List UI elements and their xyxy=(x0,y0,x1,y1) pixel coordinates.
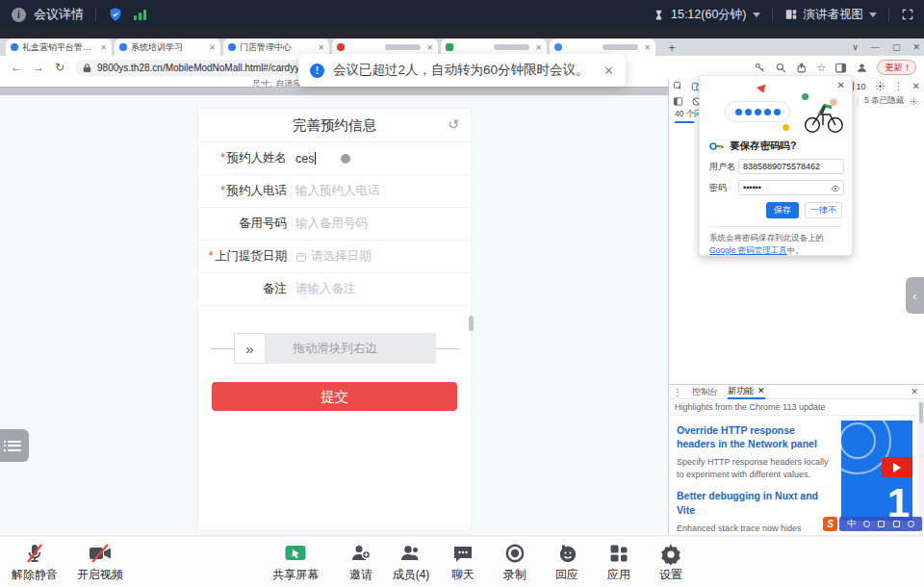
undo-icon[interactable]: ↺ xyxy=(448,116,459,132)
window-minimize-icon[interactable]: — xyxy=(871,42,880,52)
name-input-value[interactable]: ces xyxy=(295,152,314,166)
ime-toolbar[interactable]: 中 xyxy=(839,517,922,531)
tab-close-icon[interactable]: ✕ xyxy=(757,386,765,396)
browser-tab-1[interactable]: 礼盒营销平台管理中心 ✕ xyxy=(6,38,112,56)
password-key-icon[interactable] xyxy=(754,62,766,74)
chevron-left-icon: ‹ xyxy=(912,289,916,303)
form-field-name[interactable]: *预约人姓名 ces xyxy=(198,142,471,175)
devtools-menu-icon[interactable]: ⋮ xyxy=(894,81,904,91)
never-save-button[interactable]: 一律不 xyxy=(805,202,842,218)
expand-sidebar-handle[interactable]: ‹ xyxy=(906,277,924,314)
invite-icon xyxy=(349,542,372,565)
phone-input-placeholder[interactable]: 输入预约人电话 xyxy=(295,183,380,199)
side-panel-icon[interactable] xyxy=(834,62,847,74)
new-tab-button[interactable]: + xyxy=(664,40,680,56)
reservation-form-card: 完善预约信息 ↺ *预约人姓名 ces *预约人电话 输入预约人电话 备用号码 … xyxy=(197,108,472,531)
dialog-title: 要保存密码吗? xyxy=(730,140,796,153)
divider xyxy=(95,8,96,21)
show-password-eye-icon[interactable] xyxy=(831,184,840,193)
ime-mic-icon[interactable] xyxy=(863,521,870,527)
ime-tools-icon[interactable] xyxy=(908,521,914,527)
tab-close-icon[interactable]: ✕ xyxy=(426,43,433,52)
console-sidebar-icon[interactable] xyxy=(673,96,683,107)
password-manager-link[interactable]: Google 密码管理工具 xyxy=(709,245,787,255)
console-settings-icon[interactable] xyxy=(910,97,918,106)
slider-handle[interactable]: » xyxy=(234,333,266,364)
spacer xyxy=(128,8,129,21)
chrome-update-illustration: 1 xyxy=(841,421,912,521)
unmute-button[interactable]: 解除静音 xyxy=(0,542,69,583)
date-input-placeholder[interactable]: 请选择日期 xyxy=(311,248,372,265)
console-link-fragment xyxy=(675,121,694,123)
view-dropdown-icon[interactable] xyxy=(869,13,877,17)
browser-tab-2[interactable]: 系统培训学习 ✕ xyxy=(115,38,220,56)
chrome-update-button[interactable]: 更新 ! xyxy=(877,60,916,75)
mic-muted-icon xyxy=(23,542,46,565)
save-password-button[interactable]: 保存 xyxy=(766,202,799,218)
form-title: 完善预约信息 ↺ xyxy=(198,109,471,142)
ime-skin-icon[interactable] xyxy=(893,521,900,527)
whatsnew-heading-2[interactable]: Better debugging in Nuxt and Vite xyxy=(677,489,829,516)
drawer-scrollbar[interactable] xyxy=(918,399,924,535)
list-icon xyxy=(8,438,21,453)
inspect-element-icon[interactable] xyxy=(673,81,683,91)
bookmark-star-icon[interactable]: ☆ xyxy=(817,62,827,74)
window-maximize-icon[interactable]: ▢ xyxy=(892,42,901,52)
password-input[interactable]: •••••• xyxy=(738,180,844,195)
tab-favicon xyxy=(337,43,345,51)
tab-title-obscured xyxy=(603,44,639,50)
username-input[interactable]: 8385889075578462 xyxy=(738,159,844,174)
share-screen-button[interactable]: 共享屏幕 xyxy=(261,542,330,583)
zoom-icon[interactable] xyxy=(775,62,787,74)
ime-keyboard-icon[interactable] xyxy=(878,521,885,527)
ime-language-toggle[interactable]: 中 xyxy=(847,518,856,530)
form-field-phone[interactable]: *预约人电话 输入预约人电话 xyxy=(198,175,471,208)
whatsnew-body-2: Enhanced stack trace now hides irrelevan… xyxy=(677,523,829,535)
drawer-close-icon[interactable]: ✕ xyxy=(911,387,918,396)
page-scrollbar-thumb[interactable] xyxy=(469,316,474,331)
banner-close-icon[interactable]: ✕ xyxy=(603,64,614,78)
meeting-list-fab[interactable] xyxy=(0,429,29,462)
drawer-menu-icon[interactable]: ⋮ xyxy=(673,387,682,397)
tab-close-icon[interactable]: ✕ xyxy=(535,43,542,52)
meeting-info-icon[interactable]: i xyxy=(12,8,26,22)
security-shield-icon[interactable] xyxy=(108,7,123,22)
calendar-icon xyxy=(295,251,307,263)
tab-close-icon[interactable]: ✕ xyxy=(100,43,107,52)
confetti-triangle xyxy=(757,85,768,95)
profile-avatar-icon[interactable] xyxy=(856,62,868,74)
backup-input-placeholder[interactable]: 输入备用号码 xyxy=(295,216,368,232)
youtube-play-icon[interactable] xyxy=(882,457,912,477)
device-mode-ruler xyxy=(0,87,668,95)
devtools-settings-icon[interactable] xyxy=(875,81,886,91)
devtools-close-icon[interactable]: ✕ xyxy=(912,81,920,91)
sogou-ime-logo[interactable]: S xyxy=(823,517,837,531)
remark-input-placeholder[interactable]: 请输入备注 xyxy=(295,281,356,297)
tab-favicon xyxy=(11,43,18,51)
timer-dropdown-icon[interactable] xyxy=(753,13,760,17)
settings-button[interactable]: 设置 xyxy=(636,542,706,583)
tab-close-icon[interactable]: ✕ xyxy=(318,43,324,52)
tab-close-icon[interactable]: ✕ xyxy=(644,43,651,52)
tab-close-icon[interactable]: ✕ xyxy=(209,43,216,52)
start-video-button[interactable]: 开启视频 xyxy=(65,542,135,583)
fullscreen-icon[interactable] xyxy=(901,8,914,21)
share-icon[interactable] xyxy=(796,62,808,74)
tab-console[interactable]: 控制台 xyxy=(692,386,718,398)
window-close-icon[interactable]: ✕ xyxy=(912,42,920,52)
submit-button[interactable]: 提交 xyxy=(212,382,457,411)
form-field-remark[interactable]: 备注 请输入备注 xyxy=(198,273,471,306)
tab-favicon xyxy=(446,43,453,51)
reload-icon[interactable]: ↻ xyxy=(55,61,64,74)
tab-whats-new[interactable]: 新功能 ✕ xyxy=(728,385,765,399)
back-icon[interactable]: ← xyxy=(11,61,22,74)
whatsnew-heading-1[interactable]: Override HTTP response headers in the Ne… xyxy=(677,423,829,450)
form-field-backup-phone[interactable]: 备用号码 输入备用号码 xyxy=(198,208,471,241)
view-mode-label[interactable]: 演讲者视图 xyxy=(804,7,864,23)
tab-favicon xyxy=(228,43,236,51)
whatsnew-subtitle: Highlights from the Chrome 113 update xyxy=(669,399,924,416)
form-field-pickup-date[interactable]: *上门提货日期 请选择日期 xyxy=(198,241,471,273)
forward-icon[interactable]: → xyxy=(33,61,44,74)
dialog-footer: 系统会将密码保存到此设备上的 Google 密码管理工具中。 xyxy=(709,226,842,257)
tab-search-icon[interactable]: ∨ xyxy=(852,42,859,52)
